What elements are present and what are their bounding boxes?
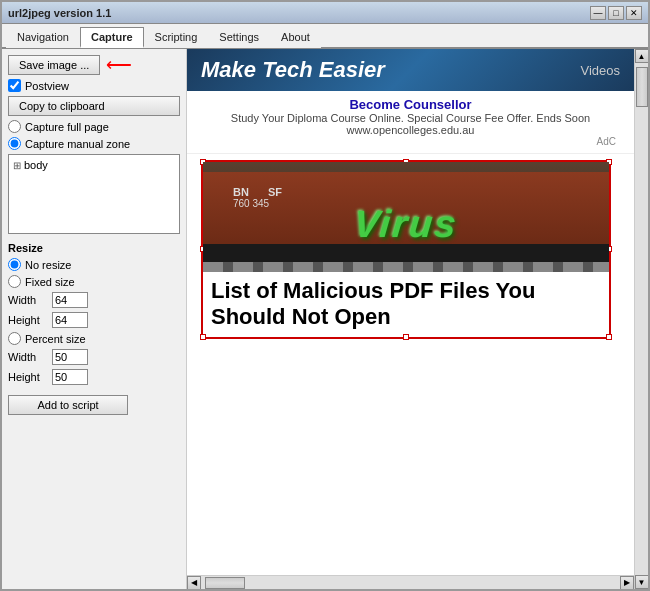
- fixed-size-label: Fixed size: [25, 276, 75, 288]
- width-row: Width: [8, 292, 180, 308]
- tab-capture[interactable]: Capture: [80, 27, 144, 48]
- tab-scripting[interactable]: Scripting: [144, 27, 209, 48]
- ad-badge: AdC: [201, 136, 620, 147]
- window-title: url2jpeg version 1.1: [8, 7, 111, 19]
- fixed-size-radio[interactable]: [8, 275, 21, 288]
- no-resize-radio[interactable]: [8, 258, 21, 271]
- window-controls: — □ ✕: [590, 6, 642, 20]
- menu-bar: Navigation Capture Scripting Settings Ab…: [2, 24, 648, 49]
- scroll-right-button[interactable]: ▶: [620, 576, 634, 590]
- selection-box[interactable]: BN SF 760 345 Virus: [201, 160, 611, 339]
- tree-item-body: ⊞ body: [13, 159, 175, 171]
- height-label: Height: [8, 314, 48, 326]
- percent-width-row: Width: [8, 349, 180, 365]
- site-section: Videos: [580, 63, 620, 78]
- handle-bm[interactable]: [403, 334, 409, 340]
- postview-row: Postview: [8, 79, 180, 92]
- article-title: List of Malicious PDF Files You Should N…: [211, 278, 601, 331]
- capture-manual-row: Capture manual zone: [8, 137, 180, 150]
- ad-link[interactable]: Become Counsellor: [349, 97, 471, 112]
- tab-settings[interactable]: Settings: [208, 27, 270, 48]
- ad-area: Become Counsellor Study Your Diploma Cou…: [187, 91, 634, 154]
- graffiti-text: Virus: [352, 203, 459, 246]
- percent-width-input[interactable]: [52, 349, 88, 365]
- arrow-icon: ⟵: [106, 56, 132, 74]
- tree-expand-icon[interactable]: ⊞: [13, 160, 21, 171]
- percent-height-label: Height: [8, 371, 48, 383]
- site-title: Make Tech Easier: [201, 57, 385, 83]
- title-bar: url2jpeg version 1.1 — □ ✕: [2, 2, 648, 24]
- postview-label: Postview: [25, 80, 69, 92]
- article-text-area: List of Malicious PDF Files You Should N…: [203, 272, 609, 337]
- close-button[interactable]: ✕: [626, 6, 642, 20]
- tab-navigation[interactable]: Navigation: [6, 27, 80, 48]
- no-resize-label: No resize: [25, 259, 71, 271]
- save-image-button[interactable]: Save image ...: [8, 55, 100, 75]
- capture-full-radio[interactable]: [8, 120, 21, 133]
- browser-panel: Make Tech Easier Videos Become Counsello…: [187, 49, 634, 589]
- element-tree: ⊞ body: [8, 154, 180, 234]
- width-label: Width: [8, 294, 48, 306]
- left-panel: Save image ... ⟵ Postview Copy to clipbo…: [2, 49, 187, 589]
- percent-height-row: Height: [8, 369, 180, 385]
- handle-br[interactable]: [606, 334, 612, 340]
- postview-checkbox[interactable]: [8, 79, 21, 92]
- scrollbar-horizontal: ◀ ▶: [187, 575, 634, 589]
- main-content: Save image ... ⟵ Postview Copy to clipbo…: [2, 49, 648, 589]
- ad-domain: www.opencolleges.edu.au: [201, 124, 620, 136]
- scrollbar-v-track: [635, 63, 649, 575]
- percent-size-row: Percent size: [8, 332, 180, 345]
- rails: [203, 262, 609, 272]
- height-row: Height: [8, 312, 180, 328]
- percent-size-label: Percent size: [25, 333, 86, 345]
- train-body: BN SF 760 345 Virus: [203, 172, 609, 247]
- scrollbar-h-track: [201, 576, 620, 590]
- clipboard-button[interactable]: Copy to clipboard: [8, 96, 180, 116]
- resize-label: Resize: [8, 242, 180, 254]
- scrollbar-vertical: ▲ ▼: [634, 49, 648, 589]
- site-header: Make Tech Easier Videos: [187, 49, 634, 91]
- app-window: url2jpeg version 1.1 — □ ✕ Navigation Ca…: [0, 0, 650, 591]
- fixed-size-row: Fixed size: [8, 275, 180, 288]
- scroll-down-button[interactable]: ▼: [635, 575, 649, 589]
- capture-manual-radio[interactable]: [8, 137, 21, 150]
- capture-full-row: Capture full page: [8, 120, 180, 133]
- scroll-left-button[interactable]: ◀: [187, 576, 201, 590]
- tree-item-label: body: [24, 159, 48, 171]
- minimize-button[interactable]: —: [590, 6, 606, 20]
- tab-about[interactable]: About: [270, 27, 321, 48]
- content-area: BN SF 760 345 Virus: [187, 154, 634, 575]
- width-input[interactable]: [52, 292, 88, 308]
- capture-full-label: Capture full page: [25, 121, 109, 133]
- height-input[interactable]: [52, 312, 88, 328]
- percent-width-label: Width: [8, 351, 48, 363]
- save-image-row: Save image ... ⟵: [8, 55, 180, 75]
- train-image: BN SF 760 345 Virus: [203, 162, 609, 272]
- maximize-button[interactable]: □: [608, 6, 624, 20]
- add-to-script-button[interactable]: Add to script: [8, 395, 128, 415]
- percent-size-radio[interactable]: [8, 332, 21, 345]
- right-layout: Make Tech Easier Videos Become Counsello…: [187, 49, 648, 589]
- ad-description: Study Your Diploma Course Online. Specia…: [201, 112, 620, 124]
- no-resize-row: No resize: [8, 258, 180, 271]
- handle-bl[interactable]: [200, 334, 206, 340]
- scrollbar-v-thumb[interactable]: [636, 67, 648, 107]
- percent-height-input[interactable]: [52, 369, 88, 385]
- capture-manual-label: Capture manual zone: [25, 138, 130, 150]
- scrollbar-h-thumb[interactable]: [205, 577, 245, 589]
- train-bn: BN: [233, 186, 249, 198]
- scroll-up-button[interactable]: ▲: [635, 49, 649, 63]
